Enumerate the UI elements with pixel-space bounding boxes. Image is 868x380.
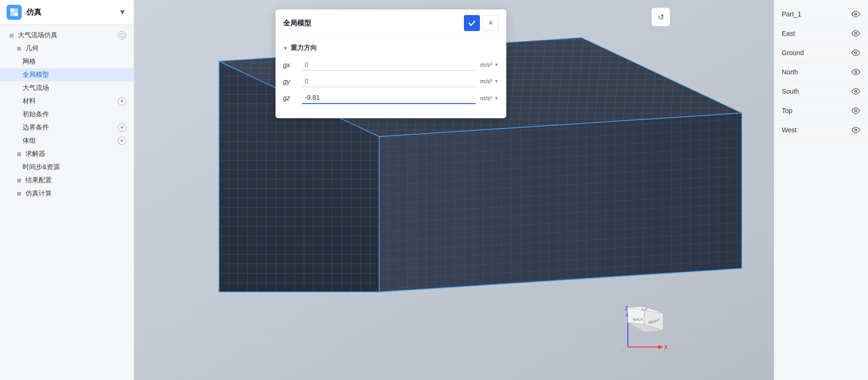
right-panel-item-top[interactable]: Top bbox=[774, 101, 868, 121]
svg-point-40 bbox=[855, 90, 857, 93]
right-panel-label: Part_1 bbox=[782, 10, 801, 18]
sidebar-item-label: 几何 bbox=[25, 44, 39, 53]
orientation-cube[interactable]: Z X BACK RIGHT bbox=[618, 300, 670, 356]
dialog-title: 全局模型 bbox=[283, 19, 464, 28]
right-panel-label: North bbox=[782, 68, 798, 76]
svg-rect-1 bbox=[15, 9, 18, 12]
expand-icon: ⊞ bbox=[15, 190, 23, 197]
visibility-icon[interactable] bbox=[851, 48, 860, 57]
svg-point-42 bbox=[855, 129, 857, 131]
right-panel-item-south[interactable]: South bbox=[774, 82, 868, 101]
visibility-icon[interactable] bbox=[851, 87, 860, 96]
sidebar-item-label: 结果配置 bbox=[25, 176, 52, 185]
sidebar-item-label: 时间步&资源 bbox=[23, 163, 60, 171]
svg-rect-2 bbox=[11, 13, 14, 16]
gy-field-row: gy m/s² ▼ bbox=[283, 75, 499, 87]
sidebar-item-geometry[interactable]: ⊞ 几何 bbox=[0, 42, 134, 55]
gz-unit-dropdown-arrow: ▼ bbox=[494, 96, 499, 101]
svg-text:TOP: TOP bbox=[641, 308, 648, 311]
sidebar-item-time-step[interactable]: 时间步&资源 bbox=[0, 161, 134, 174]
sidebar-item-label: 网格 bbox=[23, 57, 36, 66]
gy-unit-dropdown-arrow: ▼ bbox=[494, 79, 499, 84]
right-panel-label: East bbox=[782, 30, 795, 37]
svg-line-28 bbox=[621, 347, 628, 352]
sidebar-item-label: 体组 bbox=[23, 137, 36, 145]
expand-icon: ⊞ bbox=[15, 45, 23, 52]
dialog-body: ▼ 重力方向 gx m/s² ▼ gy m/s bbox=[276, 37, 506, 118]
dialog-close-button[interactable]: × bbox=[483, 15, 499, 31]
sidebar-item-mesh[interactable]: 网格 bbox=[0, 55, 134, 68]
sidebar-item-material[interactable]: 材料 + bbox=[0, 95, 134, 108]
sidebar-item-initial-cond[interactable]: 初始条件 bbox=[0, 108, 134, 121]
add-icon[interactable]: + bbox=[118, 97, 126, 105]
global-model-dialog: 全局模型 × ▼ 重力方向 gx m/s² bbox=[276, 9, 506, 118]
sidebar: 仿真 ▼ ⊟ 大气流场仿真 ⓘ ⊞ 几何 网格 全局模型 大气流场 材料 + bbox=[0, 0, 134, 380]
3d-viewport[interactable]: ↺ Z X bbox=[134, 0, 774, 380]
right-panel-label: West bbox=[782, 126, 797, 134]
svg-marker-26 bbox=[658, 345, 663, 349]
visibility-icon[interactable] bbox=[851, 29, 860, 38]
gz-unit[interactable]: m/s² ▼ bbox=[480, 95, 499, 102]
dialog-header: 全局模型 × bbox=[276, 9, 506, 37]
visibility-icon[interactable] bbox=[851, 67, 860, 77]
svg-marker-13 bbox=[379, 113, 742, 292]
gz-field-row: gz m/s² ▼ bbox=[283, 92, 499, 104]
dialog-confirm-button[interactable] bbox=[464, 15, 480, 31]
reset-icon: ↺ bbox=[658, 13, 664, 22]
sidebar-item-label: 大气流场 bbox=[23, 84, 49, 92]
gravity-section-header[interactable]: ▼ 重力方向 bbox=[283, 44, 499, 52]
add-icon[interactable]: + bbox=[118, 123, 126, 132]
right-panel: Part_1 East Ground North bbox=[774, 0, 868, 380]
gz-label: gz bbox=[283, 94, 297, 102]
right-panel-item-east[interactable]: East bbox=[774, 24, 868, 43]
sidebar-item-boundary-cond[interactable]: 边界条件 + bbox=[0, 121, 134, 134]
sidebar-item-label: 初始条件 bbox=[23, 110, 49, 119]
section-label: 重力方向 bbox=[291, 44, 317, 52]
sidebar-title: 仿真 bbox=[26, 8, 113, 17]
sidebar-item-body-group[interactable]: 体组 + bbox=[0, 134, 134, 147]
sidebar-item-result-config[interactable]: ⊞ 结果配置 bbox=[0, 174, 134, 187]
right-panel-item-ground[interactable]: Ground bbox=[774, 43, 868, 63]
right-panel-label: Ground bbox=[782, 49, 804, 57]
viewport-toolbar: ↺ bbox=[651, 8, 670, 26]
gx-unit-dropdown-arrow: ▼ bbox=[494, 62, 499, 67]
svg-text:BACK: BACK bbox=[633, 317, 643, 322]
visibility-icon[interactable] bbox=[851, 106, 860, 115]
sidebar-tree: ⊟ 大气流场仿真 ⓘ ⊞ 几何 网格 全局模型 大气流场 材料 + 初始条件 bbox=[0, 25, 134, 380]
right-panel-item-part1[interactable]: Part_1 bbox=[774, 5, 868, 24]
sidebar-item-atmos-field[interactable]: 大气流场 bbox=[0, 81, 134, 95]
right-panel-label: Top bbox=[782, 107, 793, 114]
sidebar-item-atmos[interactable]: ⊟ 大气流场仿真 ⓘ bbox=[0, 29, 134, 42]
gy-unit-label: m/s² bbox=[480, 78, 492, 85]
svg-point-41 bbox=[855, 110, 857, 112]
main-viewport: ↺ Z X bbox=[134, 0, 774, 380]
sidebar-item-label: 大气流场仿真 bbox=[18, 31, 57, 40]
sidebar-item-label: 材料 bbox=[23, 97, 36, 105]
reset-view-button[interactable]: ↺ bbox=[651, 8, 670, 26]
visibility-icon[interactable] bbox=[851, 125, 860, 135]
right-panel-item-west[interactable]: West bbox=[774, 121, 868, 140]
gz-input[interactable] bbox=[302, 92, 476, 104]
sidebar-item-solver[interactable]: ⊞ 求解器 bbox=[0, 147, 134, 161]
sidebar-item-global-model[interactable]: 全局模型 bbox=[0, 68, 134, 81]
add-icon[interactable]: + bbox=[118, 137, 126, 145]
sidebar-item-sim-calc[interactable]: ⊞ 仿真计算 bbox=[0, 187, 134, 200]
right-panel-item-north[interactable]: North bbox=[774, 63, 868, 82]
gx-unit-label: m/s² bbox=[480, 61, 492, 68]
svg-point-39 bbox=[855, 71, 857, 73]
gx-label: gx bbox=[283, 61, 297, 69]
gx-field-row: gx m/s² ▼ bbox=[283, 59, 499, 71]
sidebar-item-label: 求解器 bbox=[25, 150, 45, 158]
expand-icon: ⊞ bbox=[15, 177, 23, 184]
gz-unit-label: m/s² bbox=[480, 95, 492, 102]
gx-unit[interactable]: m/s² ▼ bbox=[480, 61, 499, 68]
gy-unit[interactable]: m/s² ▼ bbox=[480, 78, 499, 85]
visibility-icon[interactable] bbox=[851, 9, 860, 19]
gx-input[interactable] bbox=[302, 59, 476, 71]
info-icon[interactable]: ⓘ bbox=[118, 31, 126, 40]
gy-label: gy bbox=[283, 78, 297, 85]
gy-input[interactable] bbox=[302, 75, 476, 87]
sidebar-collapse-button[interactable]: ▼ bbox=[118, 8, 127, 17]
sidebar-item-label: 边界条件 bbox=[23, 123, 49, 132]
svg-point-37 bbox=[855, 32, 857, 35]
